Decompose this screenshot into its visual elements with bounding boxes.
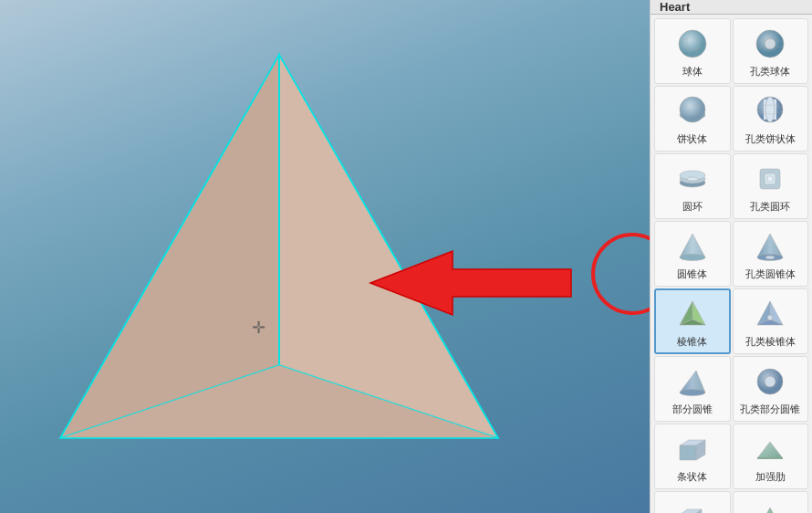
bar-icon (674, 431, 711, 467)
shape-item-hole-partial-cone[interactable]: 孔类部分圆锥 (733, 356, 809, 422)
bar-label: 条状体 (677, 470, 707, 483)
hole-cone-icon (752, 228, 788, 265)
disk-icon (674, 93, 711, 130)
pyramid-icon (674, 296, 711, 332)
svg-point-40 (767, 315, 773, 320)
svg-marker-54 (759, 508, 781, 513)
bar2-icon (674, 498, 711, 513)
torus-label: 圆环 (682, 200, 703, 213)
pyramid-label: 棱锥体 (677, 335, 707, 348)
shape-item-disk[interactable]: 饼状体 (654, 86, 731, 152)
svg-text:✛: ✛ (252, 319, 265, 337)
shape-item-cone[interactable]: 圆锥体 (654, 221, 731, 287)
svg-rect-28 (767, 176, 773, 182)
shape-item-hole-sphere[interactable]: 孔类球体 (733, 18, 809, 84)
hole-partial-cone-icon (752, 363, 788, 400)
cone-label: 圆锥体 (677, 267, 707, 280)
shapes-grid: 球体 孔类球体 (651, 15, 812, 513)
rib-label: 加强肋 (755, 470, 786, 483)
svg-point-16 (680, 97, 705, 122)
sphere-icon (674, 26, 711, 62)
rib2-icon (752, 498, 788, 513)
right-panel: Heart 球体 (650, 0, 812, 513)
shape-item-torus[interactable]: 圆环 (654, 153, 731, 219)
hole-pyramid-icon (752, 296, 788, 332)
partial-cone-label: 部分圆锥 (672, 403, 713, 415)
hole-disk-label: 孔类饼状体 (745, 132, 796, 145)
shape-item-pyramid[interactable]: 棱锥体 (654, 288, 731, 354)
hole-disk-icon (752, 93, 788, 130)
hole-partial-cone-label: 孔类部分圆锥 (740, 403, 800, 415)
hole-pyramid-label: 孔类棱锥体 (745, 335, 796, 348)
svg-point-25 (687, 177, 698, 181)
svg-point-13 (765, 38, 776, 49)
hole-torus-icon (752, 161, 788, 197)
panel-title: Heart (651, 0, 812, 15)
svg-marker-49 (757, 442, 783, 458)
hole-sphere-icon (752, 26, 788, 62)
hole-sphere-label: 孔类球体 (750, 65, 790, 78)
svg-point-30 (680, 255, 705, 261)
svg-marker-29 (680, 234, 705, 257)
shape-item-bar2[interactable]: 条状体 (654, 491, 731, 513)
shape-item-hole-pyramid[interactable]: 孔类棱锥体 (733, 288, 809, 354)
panel-title-text: Heart (660, 0, 690, 14)
svg-marker-31 (757, 234, 783, 257)
shape-item-hole-disk[interactable]: 孔类饼状体 (733, 86, 809, 152)
cone-icon (674, 228, 711, 265)
shape-item-rib2[interactable]: 加强肋 (733, 491, 809, 513)
hole-torus-label: 孔类圆环 (750, 200, 790, 213)
rib-icon (752, 431, 788, 467)
svg-marker-46 (680, 445, 696, 460)
svg-point-33 (765, 256, 775, 259)
sphere-label: 球体 (682, 65, 703, 78)
partial-cone-icon (674, 363, 711, 400)
shape-item-hole-torus[interactable]: 孔类圆环 (733, 153, 809, 219)
disk-label: 饼状体 (677, 132, 707, 145)
svg-point-9 (679, 30, 706, 58)
shape-item-bar[interactable]: 条状体 (654, 424, 731, 489)
hole-cone-label: 孔类圆锥体 (745, 267, 796, 280)
torus-icon (674, 161, 711, 197)
shape-item-partial-cone[interactable]: 部分圆锥 (654, 356, 731, 422)
3d-viewport[interactable]: ✛ (0, 0, 650, 513)
shape-item-rib[interactable]: 加强肋 (733, 424, 809, 489)
shape-item-hole-cone[interactable]: 孔类圆锥体 (733, 221, 809, 287)
svg-point-45 (765, 376, 776, 387)
svg-point-20 (765, 97, 775, 122)
shape-item-sphere[interactable]: 球体 (654, 18, 731, 84)
svg-point-42 (680, 390, 705, 396)
